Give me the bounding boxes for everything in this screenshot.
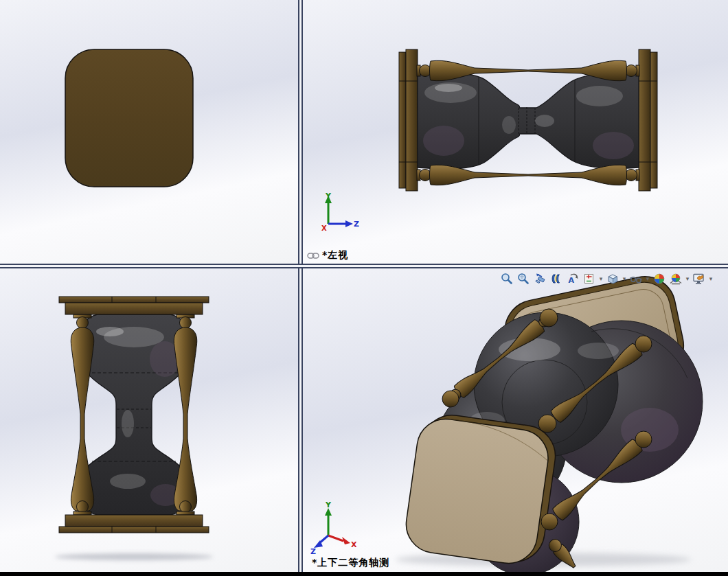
view-orientation-sheet-icon[interactable] [581, 271, 598, 286]
hide-show-items-dropdown[interactable]: ▾ [644, 271, 651, 286]
axis-triad-isometric: Y X Z [310, 500, 359, 557]
svg-text:A: A [569, 276, 575, 285]
zoom-to-area-icon[interactable] [515, 271, 532, 286]
axis-x-label: X [321, 224, 327, 232]
view-orientation-cube-dropdown[interactable]: ▾ [621, 271, 628, 286]
axis-triad-left-view: Y Z X [315, 191, 359, 233]
axis-z-label: Z [310, 547, 316, 556]
solidworks-quad-viewport: Y Z X *左视 [0, 0, 728, 576]
view-label-isometric-text: *上下二等角轴测 [312, 557, 389, 569]
previous-view-icon[interactable] [532, 271, 548, 286]
dynamic-annotation-views-icon[interactable]: A [565, 271, 581, 286]
view-label-isometric: *上下二等角轴测 [312, 557, 389, 569]
apply-scene-dropdown[interactable]: ▾ [684, 271, 691, 286]
zoom-to-fit-icon[interactable] [499, 271, 515, 286]
section-view-icon[interactable] [548, 271, 565, 286]
edit-appearance-icon[interactable] [651, 271, 668, 286]
viewport-top-view[interactable] [0, 0, 298, 264]
isometric-model [303, 268, 728, 576]
view-settings-icon[interactable] [691, 271, 707, 286]
viewport-divider-vertical[interactable] [298, 0, 303, 576]
hide-show-items-icon[interactable] [628, 271, 644, 286]
heads-up-view-toolbar: A ▾ ▾ ▾ ▾ ▾ [499, 271, 714, 286]
window-bottom-edge [0, 572, 728, 576]
front-view-model [0, 268, 298, 576]
view-label-left: *左视 [307, 249, 348, 262]
view-label-left-text: *左视 [322, 249, 348, 262]
viewport-isometric-view[interactable]: A ▾ ▾ ▾ ▾ ▾ [303, 268, 728, 576]
axis-y-label: Y [325, 500, 332, 509]
apply-scene-icon[interactable] [668, 271, 684, 286]
axis-x-label: X [351, 540, 357, 549]
view-settings-dropdown[interactable]: ▾ [707, 271, 714, 286]
top-view-model [0, 0, 298, 264]
viewport-left-view[interactable]: Y Z X *左视 [303, 0, 728, 264]
axis-z-label: Z [354, 220, 359, 229]
view-orientation-sheet-dropdown[interactable]: ▾ [598, 271, 604, 286]
view-orientation-cube-icon[interactable] [604, 271, 621, 286]
viewport-front-view[interactable] [0, 268, 298, 576]
linked-view-icon [307, 252, 319, 260]
left-view-model [303, 0, 728, 264]
axis-y-label: Y [325, 192, 332, 200]
viewport-divider-horizontal[interactable] [0, 264, 728, 268]
